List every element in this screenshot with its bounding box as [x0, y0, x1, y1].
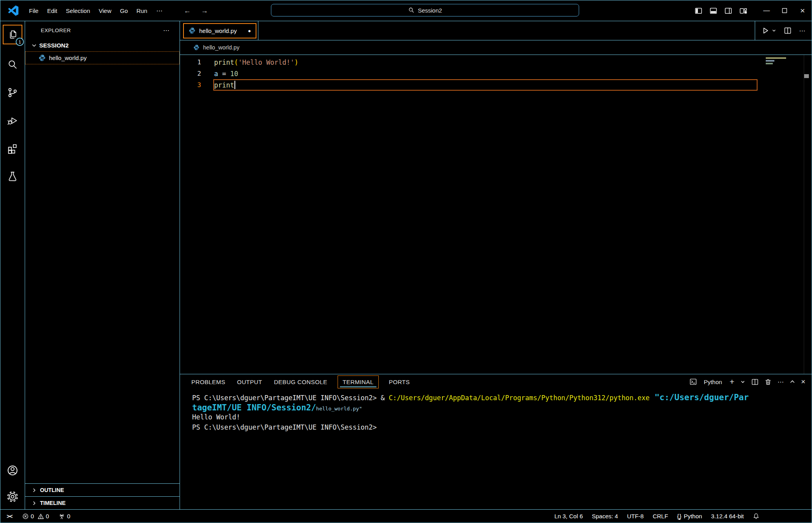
- activity-settings[interactable]: [0, 484, 25, 509]
- source-control-icon: [7, 87, 18, 98]
- problems-status[interactable]: 0 0: [22, 513, 49, 519]
- split-editor-icon[interactable]: [784, 27, 792, 35]
- explorer-sidebar: EXPLORER ⋯ SESSION2 hello_world.py: [25, 21, 180, 509]
- toggle-panel-icon[interactable]: [709, 7, 718, 15]
- panel-more-actions-icon[interactable]: ⋯: [777, 378, 784, 386]
- code-editor[interactable]: 1 print('Hello World!') 2 a = 10 3 print: [180, 55, 812, 374]
- breadcrumb-file: hello_world.py: [203, 44, 240, 51]
- indentation[interactable]: Spaces: 4: [592, 513, 618, 519]
- testing-flask-icon: [7, 170, 18, 182]
- terminal-line: tageIMT/UE INFO/Session2/hello_world.py": [192, 403, 812, 413]
- outline-section-header[interactable]: OUTLINE: [25, 483, 180, 496]
- activity-testing[interactable]: [0, 162, 25, 190]
- status-bar: >< 0 0 0 Ln 3, Col 6 Spaces: 4 UTF-8 CRL…: [0, 509, 812, 523]
- remote-indicator[interactable]: ><: [7, 513, 12, 519]
- encoding[interactable]: UTF-8: [627, 513, 644, 519]
- toggle-secondary-sidebar-icon[interactable]: [724, 7, 732, 15]
- split-terminal-icon[interactable]: [751, 378, 759, 386]
- menu-selection[interactable]: Selection: [62, 7, 94, 14]
- scrollbar-slider[interactable]: [804, 74, 809, 78]
- activity-search[interactable]: [0, 51, 25, 78]
- python-interpreter[interactable]: 3.12.4 64-bit: [711, 513, 744, 519]
- run-debug-icon: [7, 115, 18, 126]
- line-number: 3: [180, 81, 214, 89]
- tab-problems[interactable]: PROBLEMS: [191, 375, 226, 388]
- run-python-file-button[interactable]: [761, 27, 776, 35]
- braces-icon: {}: [677, 513, 682, 519]
- warning-icon: [38, 513, 44, 519]
- outline-label: OUTLINE: [40, 487, 64, 493]
- terminal-shell-icon: [689, 378, 697, 386]
- timeline-section-header[interactable]: TIMELINE: [25, 496, 180, 509]
- python-file-icon: [193, 44, 200, 51]
- close-panel-icon[interactable]: ×: [801, 377, 805, 386]
- minimize-button[interactable]: —: [758, 0, 776, 21]
- folder-session2-label: SESSION2: [39, 42, 69, 49]
- tab-hello-world[interactable]: hello_world.py ●: [183, 23, 256, 38]
- close-window-button[interactable]: ×: [794, 0, 812, 21]
- tab-ports[interactable]: PORTS: [389, 375, 410, 388]
- menu-edit[interactable]: Edit: [43, 7, 62, 14]
- vscode-logo-icon: [8, 5, 18, 16]
- terminal-shell-label[interactable]: Python: [704, 379, 722, 385]
- terminal-line: PS C:\Users\dguer\PartageIMT\UE INFO\Ses…: [192, 393, 812, 403]
- activity-source-control[interactable]: [0, 78, 25, 106]
- dirty-indicator-icon[interactable]: ●: [248, 28, 251, 34]
- notifications-bell-icon[interactable]: [753, 513, 759, 519]
- line-number: 2: [180, 70, 214, 77]
- explorer-badge: 1: [16, 38, 24, 46]
- activity-accounts[interactable]: [0, 456, 25, 484]
- folder-session2[interactable]: SESSION2: [25, 39, 180, 51]
- new-terminal-icon[interactable]: +: [730, 377, 734, 386]
- kill-terminal-trash-icon[interactable]: [765, 378, 772, 385]
- chevron-down-icon: [31, 42, 37, 49]
- code-line-1: 1 print('Hello World!'): [180, 56, 812, 68]
- nav-forward-icon[interactable]: →: [201, 7, 208, 15]
- panel-tab-bar: PROBLEMS OUTPUT DEBUG CONSOLE TERMINAL P…: [180, 374, 812, 389]
- tab-label: hello_world.py: [199, 27, 237, 34]
- menu-view[interactable]: View: [94, 7, 116, 14]
- menu-more-icon[interactable]: ⋯: [152, 7, 167, 15]
- maximize-button[interactable]: [776, 0, 794, 21]
- line-number: 1: [180, 58, 214, 66]
- tab-terminal[interactable]: TERMINAL: [338, 375, 379, 388]
- terminal-line: PS C:\Users\dguer\PartageIMT\UE INFO\Ses…: [192, 423, 812, 434]
- breadcrumb[interactable]: hello_world.py: [180, 40, 812, 55]
- python-file-icon: [38, 54, 46, 62]
- menu-run[interactable]: Run: [132, 7, 152, 14]
- tab-debug-console[interactable]: DEBUG CONSOLE: [274, 375, 328, 388]
- terminal[interactable]: PS C:\Users\dguer\PartageIMT\UE INFO\Ses…: [180, 389, 812, 509]
- cursor-position[interactable]: Ln 3, Col 6: [554, 513, 583, 519]
- editor-more-actions-icon[interactable]: ⋯: [799, 27, 805, 35]
- current-line-highlight: [213, 79, 758, 91]
- menu-go[interactable]: Go: [116, 7, 132, 14]
- title-bar: File Edit Selection View Go Run ⋯ ← → Se…: [0, 0, 812, 21]
- maximize-panel-icon[interactable]: [790, 379, 795, 385]
- language-mode[interactable]: {} Python: [677, 513, 702, 519]
- tab-output[interactable]: OUTPUT: [237, 375, 263, 388]
- search-value: Session2: [418, 7, 442, 14]
- activity-run-debug[interactable]: [0, 106, 25, 134]
- minimap[interactable]: [766, 57, 803, 64]
- timeline-label: TIMELINE: [40, 500, 65, 506]
- file-hello-world[interactable]: hello_world.py: [25, 51, 180, 64]
- file-hello-world-label: hello_world.py: [49, 55, 87, 61]
- command-center-search[interactable]: Session2: [271, 4, 579, 16]
- sidebar-title: EXPLORER: [41, 27, 71, 33]
- code-line-2: 2 a = 10: [180, 68, 812, 79]
- customize-layout-icon[interactable]: [739, 7, 747, 15]
- toggle-primary-sidebar-icon[interactable]: [694, 7, 703, 15]
- account-icon: [6, 464, 19, 477]
- activity-extensions[interactable]: [0, 134, 25, 162]
- search-icon: [408, 7, 414, 13]
- code-line-3-active: 3 print: [180, 79, 812, 91]
- eol-sequence[interactable]: CRLF: [653, 513, 668, 519]
- nav-back-icon[interactable]: ←: [184, 7, 191, 15]
- activity-explorer[interactable]: 1: [3, 25, 22, 44]
- activity-bar: 1: [0, 21, 25, 509]
- explorer-more-actions-icon[interactable]: ⋯: [163, 27, 169, 34]
- menu-file[interactable]: File: [25, 7, 43, 14]
- ports-status[interactable]: 0: [58, 513, 70, 519]
- chevron-right-icon: [31, 500, 37, 506]
- terminal-dropdown-icon[interactable]: [740, 379, 745, 385]
